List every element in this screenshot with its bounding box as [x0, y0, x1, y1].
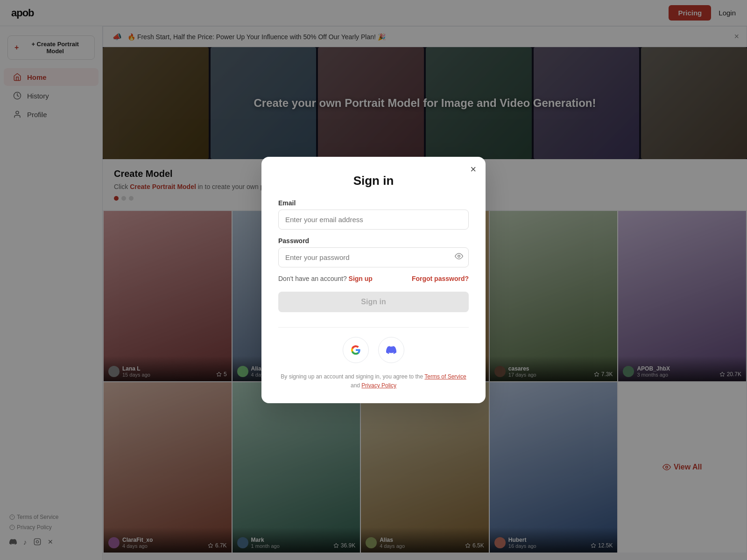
form-footer: Don't have an account? Sign up Forgot pa… — [278, 275, 469, 282]
divider — [278, 327, 469, 328]
no-account-text: Don't have an account? Sign up — [278, 275, 373, 282]
terms-of-service-link[interactable]: Terms of Service — [424, 373, 466, 380]
password-form-group: Password — [278, 237, 469, 267]
forgot-password-anchor[interactable]: Forgot password? — [412, 275, 469, 282]
google-signin-button[interactable] — [343, 337, 369, 363]
signup-link[interactable]: Sign up — [349, 275, 373, 282]
email-label: Email — [278, 199, 469, 207]
discord-signin-button[interactable] — [378, 337, 404, 363]
signin-modal: × Sign in Email Password Don't have an a… — [261, 157, 486, 403]
eye-icon[interactable] — [455, 252, 463, 262]
forgot-password-link: Forgot password? — [412, 275, 469, 282]
modal-overlay[interactable]: × Sign in Email Password Don't have an a… — [0, 0, 747, 560]
modal-close-button[interactable]: × — [470, 164, 476, 175]
modal-title: Sign in — [278, 174, 469, 188]
password-label: Password — [278, 237, 469, 245]
signin-button[interactable]: Sign in — [278, 292, 469, 312]
email-form-group: Email — [278, 199, 469, 230]
social-signin-buttons — [278, 337, 469, 363]
svg-point-16 — [458, 255, 460, 258]
email-input[interactable] — [278, 210, 469, 230]
terms-text: By signing up an account and signing in,… — [278, 372, 469, 390]
password-input[interactable] — [278, 247, 469, 267]
password-wrapper — [278, 247, 469, 267]
privacy-policy-link[interactable]: Privacy Policy — [361, 382, 396, 389]
